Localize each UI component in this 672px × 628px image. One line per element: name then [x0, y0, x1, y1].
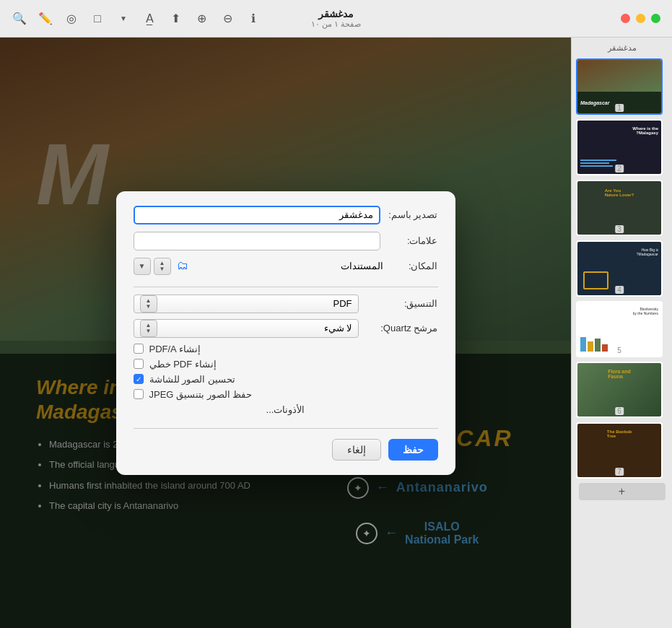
- slide-thumb-2[interactable]: Where is theMalagasy? 2: [576, 119, 663, 175]
- divider-2: [134, 428, 438, 429]
- toolbar-tools: 🔍 ✏️ ◎ □ ▼ A̲ ⬆ ⊕ ⊖ ℹ: [12, 11, 261, 27]
- cancel-button[interactable]: إلغاء: [332, 439, 381, 461]
- checkbox-label-1: إنشاء PDF/A: [149, 344, 201, 354]
- format-select[interactable]: PDF ▲ ▼: [134, 295, 359, 313]
- slide-number-2: 2: [615, 165, 624, 173]
- slide-thumb-6[interactable]: Flora andFauna 6: [576, 362, 663, 418]
- image-edit-icon[interactable]: ✏️: [38, 11, 53, 27]
- quartz-stepper[interactable]: ▲ ▼: [140, 320, 157, 337]
- checkbox-label-3: تحسين الصور للشاشة: [149, 374, 235, 385]
- checkbox-optimize[interactable]: [134, 374, 144, 384]
- slide-number-5: 5: [615, 346, 624, 354]
- dialog-overlay: تصدير باسم: علامات: المكان: المستندات 🗂: [0, 38, 571, 628]
- location-dropdown[interactable]: ▼: [134, 258, 151, 275]
- format-stepper-down: ▼: [146, 304, 152, 310]
- search-icon[interactable]: 🔍: [12, 11, 27, 27]
- fullscreen-button[interactable]: [651, 14, 660, 23]
- checkbox-row-1: إنشاء PDF/A: [134, 344, 438, 354]
- quartz-row: مرشح Quartz: لا شيء ▲ ▼: [134, 319, 438, 338]
- checkbox-row-3: تحسين الصور للشاشة: [134, 374, 438, 385]
- annotation-icon[interactable]: ◎: [64, 11, 79, 27]
- export-name-row: تصدير باسم:: [134, 206, 438, 224]
- folder-icon: 🗂: [174, 259, 188, 274]
- location-label: المكان:: [388, 261, 438, 271]
- tags-label: علامات:: [388, 235, 438, 246]
- save-button[interactable]: حفظ: [388, 439, 438, 461]
- checkbox-jpeg[interactable]: [134, 389, 144, 399]
- zoom-out-icon[interactable]: ⊖: [219, 11, 235, 27]
- checkbox-linear[interactable]: [134, 359, 144, 369]
- content-area: M Where in the World is Madagascar? Mada…: [0, 38, 571, 628]
- format-stepper[interactable]: ▲ ▼: [140, 295, 157, 313]
- divider-1: [134, 287, 438, 287]
- location-stepper[interactable]: ▲ ▼: [154, 258, 171, 275]
- add-slide-button[interactable]: +: [579, 483, 666, 500]
- slide-number-1: 1: [615, 104, 624, 112]
- export-name-label: تصدير باسم:: [388, 209, 438, 220]
- location-value: المستندات: [191, 261, 383, 271]
- underline-icon[interactable]: A̲: [141, 11, 157, 27]
- doc-subtitle: صفحة ١ من ١٠: [311, 19, 361, 29]
- chevron-down-icon[interactable]: ▼: [115, 11, 131, 27]
- slide-thumb-1[interactable]: Madagascar 1: [576, 58, 663, 115]
- quartz-value: لا شيء: [324, 323, 352, 333]
- tags-input[interactable]: [134, 232, 380, 250]
- titlebar: 🔍 ✏️ ◎ □ ▼ A̲ ⬆ ⊕ ⊖ ℹ مدغشقر صفحة ١ من ١…: [0, 0, 672, 38]
- tags-row: علامات:: [134, 232, 438, 250]
- slide-thumb-5[interactable]: Biodiversityby the Numbers 5: [576, 301, 663, 357]
- minimize-button[interactable]: [636, 14, 645, 23]
- slide-thumb-3[interactable]: Are YouNature Lover? 3: [576, 180, 663, 236]
- slide-number-3: 3: [615, 225, 624, 233]
- quartz-label: مرشح Quartz:: [366, 323, 438, 333]
- format-label: التنسيق:: [366, 298, 438, 309]
- checkbox-label-2: إنشاء PDF خطي: [149, 359, 217, 370]
- quartz-select[interactable]: لا شيء ▲ ▼: [134, 319, 359, 338]
- checkbox-row-4: حفظ الصور بتنسيق JPEG: [134, 389, 438, 400]
- dialog-buttons: حفظ إلغاء: [134, 439, 438, 461]
- checkbox-pdfa[interactable]: [134, 344, 144, 354]
- slide-number-7: 7: [615, 468, 624, 476]
- close-button[interactable]: [621, 14, 630, 23]
- window-controls: [621, 14, 660, 23]
- slide-thumb-7[interactable]: The BaobabTree 7: [576, 422, 663, 479]
- info-icon[interactable]: ℹ: [245, 11, 261, 27]
- sidebar-title: مدغشقر: [576, 43, 668, 53]
- format-value: PDF: [333, 298, 352, 309]
- zoom-in-icon[interactable]: ⊕: [193, 11, 209, 27]
- shape-icon[interactable]: □: [90, 11, 105, 27]
- format-row: التنسيق: PDF ▲ ▼: [134, 295, 438, 313]
- stepper-down-icon: ▼: [160, 266, 165, 272]
- slides-sidebar: مدغشقر Madagascar 1 Where is theMalagasy…: [571, 38, 672, 628]
- export-name-input[interactable]: [134, 206, 380, 224]
- quartz-stepper-down: ▼: [146, 328, 152, 334]
- permissions-button[interactable]: الأذونات...: [266, 404, 305, 415]
- export-dialog: تصدير باسم: علامات: المكان: المستندات 🗂: [116, 191, 455, 475]
- slide-thumb-4[interactable]: How Big isMadagascar? 4: [576, 240, 663, 297]
- main-layout: M Where in the World is Madagascar? Mada…: [0, 38, 672, 628]
- checkbox-row-2: إنشاء PDF خطي: [134, 359, 438, 370]
- slide-number-6: 6: [615, 407, 624, 415]
- location-controls: المستندات 🗂 ▲ ▼ ▼: [134, 258, 383, 275]
- share-icon[interactable]: ⬆: [167, 11, 183, 27]
- doc-title: مدغشقر: [311, 8, 361, 19]
- location-row: المكان: المستندات 🗂 ▲ ▼ ▼: [134, 258, 438, 275]
- checkbox-label-4: حفظ الصور بتنسيق JPEG: [149, 389, 253, 400]
- slide-number-4: 4: [615, 286, 624, 294]
- titlebar-center: مدغشقر صفحة ١ من ١٠: [311, 8, 361, 29]
